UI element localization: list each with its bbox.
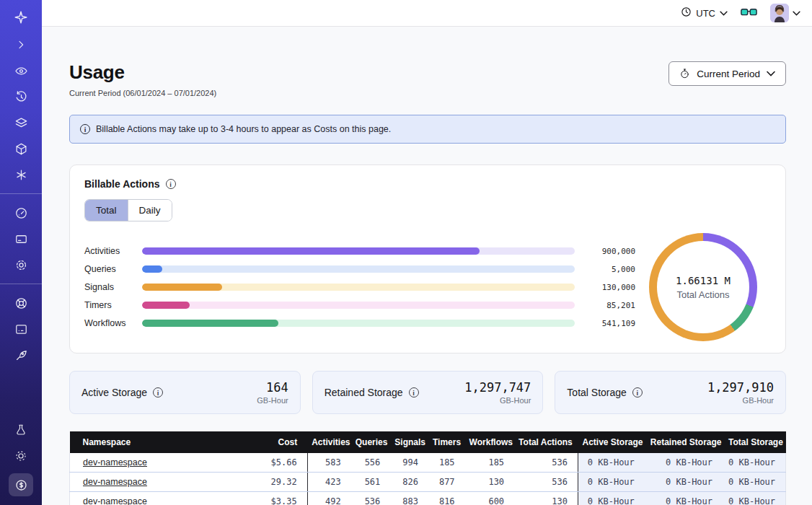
value-cell: 536 [514, 453, 578, 473]
column-header-timers: Timers [428, 431, 465, 453]
value-cell: 536 [514, 473, 578, 492]
timezone-selector[interactable]: UTC [681, 6, 728, 19]
bar-label: Workflows [84, 318, 142, 328]
active-storage-value: 164 [257, 380, 288, 395]
storage-cards-row: Active Storage i 164 GB-Hour Retained St… [69, 371, 786, 414]
total-storage-label: Total Storage [567, 387, 627, 398]
active-storage-unit: GB-Hour [257, 396, 288, 405]
lifebuoy-icon[interactable] [12, 294, 30, 312]
table-header: NamespaceCostActivitiesQueriesSignalsTim… [70, 431, 786, 453]
total-storage-value: 1,297,910 [707, 380, 774, 395]
namespace-link[interactable]: dev-namespace [83, 477, 147, 487]
retained-storage-value: 1,297,747 [464, 380, 531, 395]
sidebar-bottom-group [9, 417, 33, 496]
bar-label: Activities [84, 246, 142, 256]
usd-button[interactable] [9, 473, 33, 496]
storage-cell: 0 KB-Hour [646, 473, 724, 492]
chevron-down-icon [720, 11, 728, 16]
bar-fill [142, 247, 480, 255]
sidebar [0, 0, 42, 505]
bar-fill [142, 320, 278, 327]
bar-fill [142, 302, 190, 309]
glasses-icon[interactable] [741, 8, 757, 18]
value-cell: 826 [390, 473, 428, 492]
column-header-total-actions: Total Actions [514, 431, 578, 453]
period-dropdown-button[interactable]: Current Period [668, 61, 786, 86]
value-cell: 185 [428, 453, 465, 473]
namespace-usage-table: NamespaceCostActivitiesQueriesSignalsTim… [69, 431, 786, 505]
clock-icon [681, 6, 692, 19]
tab-daily[interactable]: Daily [128, 200, 172, 221]
gear-icon[interactable] [12, 256, 30, 273]
column-header-activities: Activities [307, 431, 351, 453]
bar-row-activities: Activities900,000 [84, 242, 635, 260]
value-cell: 994 [390, 453, 428, 473]
gauge-icon[interactable] [12, 204, 30, 221]
info-banner: i Billable Actions may take up to 3-4 ho… [69, 115, 786, 144]
active-storage-label: Active Storage [81, 387, 147, 398]
table-row: dev-namespace$5.665835569941851855360 KB… [70, 453, 786, 473]
storage-cell: 0 KB-Hour [724, 492, 785, 505]
retained-storage-card: Retained Storage i 1,297,747 GB-Hour [312, 371, 544, 414]
storage-cell: 0 KB-Hour [724, 473, 785, 492]
info-icon[interactable]: i [632, 387, 643, 398]
value-cell: $3.35 [248, 492, 307, 505]
layers-icon[interactable] [12, 114, 30, 131]
bar-track [142, 247, 575, 255]
value-cell: 816 [428, 492, 465, 505]
billable-actions-title-row: Billable Actions i [84, 178, 771, 190]
donut-chart: 1.66131 M Total Actions [635, 233, 771, 341]
column-header-queries: Queries [351, 431, 391, 453]
bar-value: 85,201 [585, 301, 635, 310]
storage-cell: 0 KB-Hour [578, 473, 645, 492]
value-cell: 583 [307, 453, 351, 473]
user-menu[interactable] [770, 4, 800, 22]
cube-icon[interactable] [12, 140, 30, 157]
total-actions-value: 1.66131 M [676, 275, 731, 286]
storage-cell: 0 KB-Hour [646, 453, 724, 473]
billable-chart-area: Activities900,000Queries5,000Signals130,… [84, 233, 771, 341]
page-subtitle: Current Period (06/01/2024 – 07/01/2024) [69, 89, 216, 97]
history-icon[interactable] [12, 88, 30, 105]
value-cell: 130 [514, 492, 578, 505]
bar-row-workflows: Workflows541,109 [84, 315, 635, 333]
storage-cell: 0 KB-Hour [578, 453, 645, 473]
total-storage-unit: GB-Hour [707, 396, 774, 405]
info-icon[interactable]: i [166, 179, 176, 189]
eye-icon[interactable] [12, 62, 30, 79]
table-row: dev-namespace29.324235618268771305360 KB… [70, 473, 786, 492]
column-header-workflows: Workflows [465, 431, 515, 453]
bars-chart: Activities900,000Queries5,000Signals130,… [84, 242, 635, 333]
monitor-icon[interactable] [12, 320, 30, 338]
namespace-cell: dev-namespace [70, 453, 248, 473]
flask-icon[interactable] [12, 421, 30, 439]
value-cell: 536 [351, 492, 391, 505]
main: UTC Usage Current Period (06/01/2024 – 0… [42, 0, 812, 505]
billable-actions-title: Billable Actions [84, 178, 160, 190]
value-cell: 561 [351, 473, 391, 492]
namespace-link[interactable]: dev-namespace [83, 496, 147, 505]
bar-value: 5,000 [585, 265, 635, 274]
column-header-cost: Cost [248, 431, 307, 453]
column-header-namespace: Namespace [70, 431, 248, 453]
temporal-logo-icon[interactable] [12, 9, 30, 26]
tab-total[interactable]: Total [85, 200, 128, 221]
namespace-link[interactable]: dev-namespace [83, 457, 147, 467]
sun-icon[interactable] [12, 447, 30, 465]
column-header-signals: Signals [390, 431, 428, 453]
donut-center: 1.66131 M Total Actions [657, 241, 749, 333]
storage-cell: 0 KB-Hour [724, 453, 785, 473]
card-icon[interactable] [12, 230, 30, 247]
chevron-down-icon [793, 11, 800, 16]
value-cell: 556 [351, 453, 391, 473]
asterisk-icon[interactable] [12, 166, 30, 183]
bar-track [142, 284, 575, 291]
app: UTC Usage Current Period (06/01/2024 – 0… [0, 0, 812, 505]
info-icon[interactable]: i [153, 387, 163, 398]
bar-track [142, 302, 575, 309]
info-icon[interactable]: i [409, 387, 419, 398]
chevron-down-icon [767, 71, 775, 76]
sidebar-divider [0, 193, 42, 194]
rocket-icon[interactable] [12, 346, 30, 364]
chevron-right-icon[interactable] [12, 36, 30, 53]
